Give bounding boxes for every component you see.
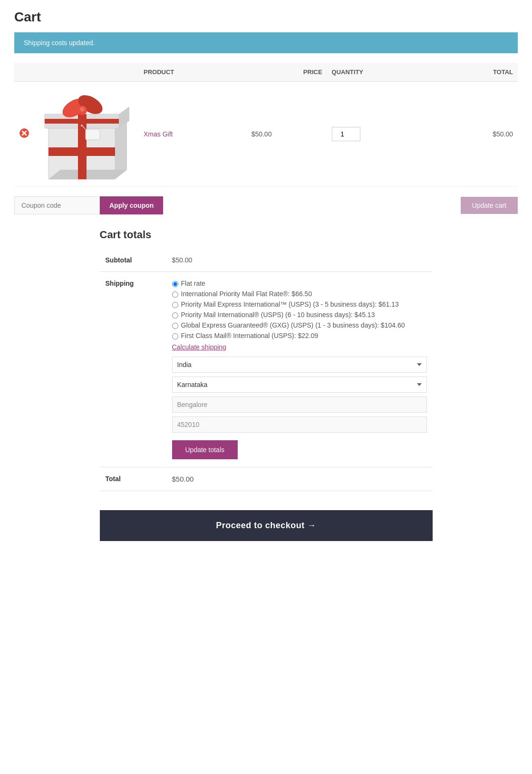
shipping-option-global-express: Global Express Guaranteed® (GXG) (USPS) … (172, 321, 427, 329)
shipping-option-first-class: First Class Mail® International (USPS): … (172, 332, 427, 339)
shipping-radio-priority-express[interactable] (172, 302, 178, 308)
update-cart-button[interactable]: Update cart (461, 197, 518, 214)
proceed-to-checkout-button[interactable]: Proceed to checkout → (100, 510, 433, 541)
shipping-row: Shipping Flat rate International Priorit… (100, 272, 433, 467)
product-price: $50.00 (247, 82, 327, 187)
shipping-form: India United States United Kingdom Austr… (172, 357, 427, 459)
product-name-link[interactable]: Xmas Gift (144, 130, 173, 138)
product-quantity-cell (327, 82, 437, 187)
notice-bar: Shipping costs updated. (14, 32, 518, 53)
state-select[interactable]: Karnataka Maharashtra Delhi Tamil Nadu (172, 377, 427, 393)
subtotal-value: $50.00 (166, 249, 433, 272)
col-total: TOTAL (437, 63, 518, 82)
svg-rect-16 (86, 129, 100, 140)
remove-icon (19, 128, 29, 138)
shipping-radio-priority-intl[interactable] (172, 312, 178, 319)
col-quantity: QUANTITY (327, 63, 437, 82)
shipping-option-priority-intl: Priority Mail International® (USPS) (6 -… (172, 311, 427, 319)
shipping-radio-flat-rate[interactable] (172, 281, 178, 287)
shipping-label-intl-priority: International Priority Mail Flat Rate®: … (181, 290, 312, 298)
remove-item-button[interactable] (19, 128, 29, 141)
table-row: Xmas Gift $50.00 $50.00 (14, 82, 518, 187)
product-image (34, 82, 129, 186)
col-price: PRICE (247, 63, 327, 82)
shipping-label-global-express: Global Express Guaranteed® (GXG) (USPS) … (181, 321, 405, 329)
shipping-radio-first-class[interactable] (172, 333, 178, 339)
total-value: $50.00 (166, 467, 433, 491)
shipping-label-priority-intl: Priority Mail International® (USPS) (6 -… (181, 311, 375, 319)
cart-totals-section: Cart totals Subtotal $50.00 Shipping Fla… (100, 229, 433, 491)
postcode-input[interactable] (172, 416, 427, 433)
update-totals-button[interactable]: Update totals (172, 440, 238, 459)
svg-marker-5 (48, 170, 127, 179)
subtotal-label: Subtotal (100, 249, 166, 272)
page-title: Cart (14, 10, 518, 25)
cart-actions: Apply coupon Update cart (14, 196, 518, 214)
shipping-radio-global-express[interactable] (172, 323, 178, 329)
shipping-options-cell: Flat rate International Priority Mail Fl… (166, 272, 433, 467)
col-remove (14, 63, 34, 82)
quantity-input[interactable] (332, 127, 360, 141)
col-image (34, 63, 139, 82)
col-product: PRODUCT (139, 63, 247, 82)
svg-rect-11 (45, 119, 119, 124)
svg-rect-10 (48, 147, 115, 156)
checkout-arrow-icon: → (307, 521, 316, 530)
totals-table: Subtotal $50.00 Shipping Flat rate (100, 249, 433, 491)
svg-point-18 (81, 125, 83, 126)
shipping-option-priority-express: Priority Mail Express International™ (US… (172, 300, 427, 308)
total-label: Total (100, 467, 166, 491)
country-select[interactable]: India United States United Kingdom Austr… (172, 357, 427, 373)
calculate-shipping-link[interactable]: Calculate shipping (172, 343, 427, 351)
shipping-radio-intl-priority[interactable] (172, 291, 178, 298)
shipping-option-flat-rate: Flat rate (172, 280, 427, 287)
cart-totals-heading: Cart totals (100, 229, 433, 241)
coupon-area: Apply coupon (14, 196, 163, 214)
cart-table: PRODUCT PRICE QUANTITY TOTAL (14, 63, 518, 187)
shipping-label-first-class: First Class Mail® International (USPS): … (181, 332, 319, 339)
shipping-label-flat-rate: Flat rate (181, 280, 205, 287)
subtotal-row: Subtotal $50.00 (100, 249, 433, 272)
shipping-label: Shipping (100, 272, 166, 467)
city-input[interactable] (172, 397, 427, 413)
total-row: Total $50.00 (100, 467, 433, 491)
shipping-label-priority-express: Priority Mail Express International™ (US… (181, 300, 399, 308)
product-total: $50.00 (437, 82, 518, 187)
coupon-input[interactable] (14, 196, 100, 214)
checkout-wrapper: Proceed to checkout → (100, 510, 433, 541)
apply-coupon-button[interactable]: Apply coupon (100, 196, 163, 214)
shipping-options-list: Flat rate International Priority Mail Fl… (172, 280, 427, 339)
shipping-option-intl-priority: International Priority Mail Flat Rate®: … (172, 290, 427, 298)
svg-point-15 (80, 107, 85, 112)
